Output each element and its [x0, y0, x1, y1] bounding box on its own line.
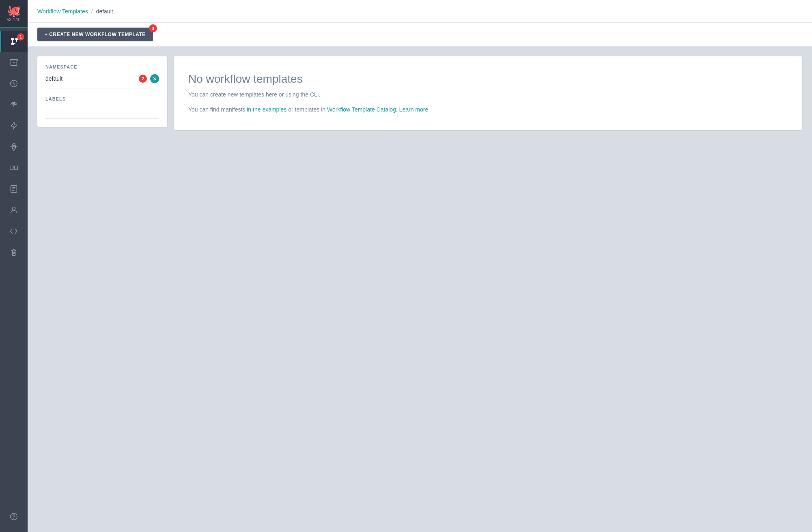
topbar: Workflow Templates / default: [28, 0, 812, 23]
sidebar-item-sensors[interactable]: [0, 94, 28, 115]
clear-icon: ✕: [153, 76, 157, 82]
labels-input[interactable]: [45, 107, 159, 113]
breadcrumb-current: default: [96, 8, 113, 15]
namespace-badge[interactable]: 2: [139, 75, 147, 83]
toolbar: + CREATE NEW WORKFLOW TEMPLATE 3: [28, 23, 812, 47]
empty-state-desc2-mid: or templates in: [286, 106, 327, 113]
empty-state-title: No workflow templates: [188, 73, 788, 86]
sidebar-bottom: [0, 506, 28, 532]
sidebar-item-events[interactable]: [0, 115, 28, 136]
catalog-link[interactable]: Workflow Template Catalog: [327, 106, 396, 113]
learn-more-link[interactable]: Learn more: [399, 106, 429, 113]
empty-state-description1: You can create new templates here or usi…: [188, 90, 788, 99]
sidebar-item-workflows[interactable]: 1: [0, 31, 28, 52]
empty-state-desc2-end: .: [428, 106, 430, 113]
labels-section: LABELS: [45, 97, 159, 119]
sidebar-item-help[interactable]: [0, 506, 28, 527]
empty-state-card: No workflow templates You can create new…: [174, 56, 802, 130]
labels-label: LABELS: [45, 97, 159, 101]
namespace-input-row: 2 ✕: [45, 74, 159, 88]
labels-input-row: [45, 106, 159, 119]
svg-rect-11: [10, 166, 13, 169]
sidebar-nav: 1: [0, 28, 28, 506]
create-btn-badge: 3: [149, 24, 157, 32]
sidebar-item-cron[interactable]: [0, 73, 28, 94]
namespace-input[interactable]: [45, 75, 136, 82]
right-panel: No workflow templates You can create new…: [174, 56, 802, 522]
clear-namespace-button[interactable]: ✕: [150, 74, 159, 83]
sidebar-item-api[interactable]: [0, 221, 28, 242]
sidebar-item-pipelines[interactable]: [0, 157, 28, 178]
app-logo[interactable]: 🐙 v3.4.10: [0, 0, 28, 28]
nav-badge-workflows: 1: [17, 33, 24, 41]
version-label: v3.4.10: [7, 17, 21, 22]
sidebar-item-reports[interactable]: [0, 178, 28, 200]
empty-state-description2: You can find manifests in the examples o…: [188, 105, 788, 114]
svg-rect-15: [15, 166, 17, 169]
examples-link[interactable]: in the examples: [247, 106, 286, 113]
breadcrumb-separator: /: [91, 8, 93, 15]
svg-rect-21: [12, 253, 15, 256]
svg-rect-6: [10, 60, 17, 61]
svg-point-23: [13, 518, 14, 519]
logo-icon: 🐙: [7, 5, 21, 17]
svg-rect-0: [11, 38, 13, 40]
sidebar-item-eventbus[interactable]: [0, 136, 28, 157]
svg-point-8: [13, 105, 15, 106]
sidebar: 🐙 v3.4.10 1: [0, 0, 28, 532]
left-panel: NAMESPACE 2 ✕ LABELS: [37, 56, 167, 522]
create-btn-label: + CREATE NEW WORKFLOW TEMPLATE: [45, 32, 146, 37]
empty-state-desc2-prefix: You can find manifests: [188, 106, 247, 113]
breadcrumb: Workflow Templates / default: [37, 8, 113, 15]
main-content: Workflow Templates / default + CREATE NE…: [28, 0, 812, 532]
filter-card: NAMESPACE 2 ✕ LABELS: [37, 56, 167, 127]
breadcrumb-link[interactable]: Workflow Templates: [37, 8, 88, 15]
sidebar-item-plugins[interactable]: [0, 242, 28, 263]
create-workflow-template-button[interactable]: + CREATE NEW WORKFLOW TEMPLATE 3: [37, 28, 153, 41]
content-area: NAMESPACE 2 ✕ LABELS: [28, 47, 812, 532]
sidebar-item-user[interactable]: [0, 200, 28, 221]
svg-point-20: [12, 207, 15, 210]
sidebar-item-archived[interactable]: [0, 52, 28, 73]
empty-state-desc2-suffix: .: [396, 106, 399, 113]
namespace-label: NAMESPACE: [45, 64, 159, 69]
